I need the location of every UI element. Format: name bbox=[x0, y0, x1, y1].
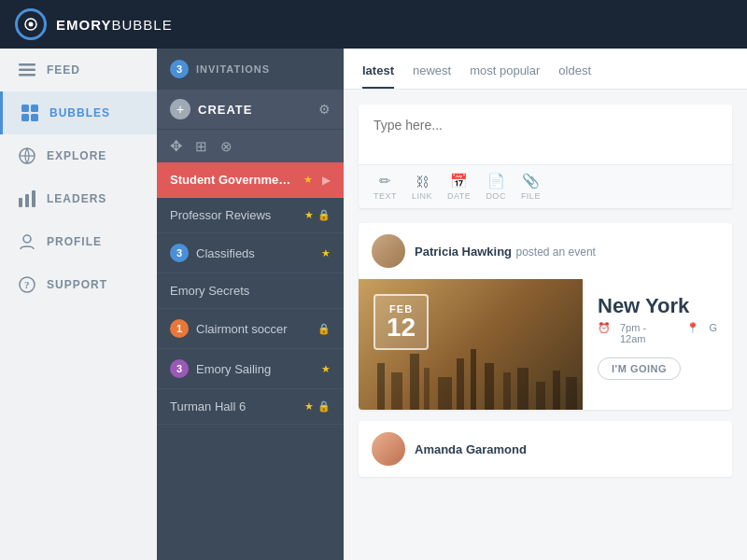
event-time: 7pm - 12am bbox=[620, 322, 671, 344]
classifieds-badge: 3 bbox=[170, 244, 189, 262]
post-tool-link[interactable]: ⛓ LINK bbox=[412, 174, 432, 201]
svg-rect-8 bbox=[31, 114, 38, 121]
bubble-item-emory-secrets[interactable]: Emory Secrets bbox=[157, 273, 344, 309]
calendar-icon: 📅 bbox=[450, 173, 468, 189]
post-tool-text-label: TEXT bbox=[374, 191, 397, 201]
tab-most-popular[interactable]: most popular bbox=[470, 63, 540, 89]
event-time-icon: ⏰ bbox=[598, 322, 611, 344]
link-icon: ⛓ bbox=[416, 174, 430, 189]
post-area: ✏ TEXT ⛓ LINK 📅 DATE 📄 DOC 📎 FILE bbox=[359, 105, 732, 208]
svg-rect-29 bbox=[566, 377, 577, 410]
bubble-star-professor-reviews: ★ bbox=[304, 209, 314, 221]
svg-rect-12 bbox=[25, 194, 29, 207]
bubble-item-turman-hall-6[interactable]: Turman Hall 6 ★ 🔒 bbox=[157, 389, 344, 425]
bubble-star-student-gov: ★ bbox=[303, 174, 313, 186]
post-tool-date-label: DATE bbox=[447, 191, 471, 201]
sidebar-item-leaders[interactable]: LEADERS bbox=[0, 177, 157, 220]
sidebar-item-label-feed: FEED bbox=[47, 63, 80, 77]
post-tool-date[interactable]: 📅 DATE bbox=[447, 173, 471, 201]
svg-rect-4 bbox=[19, 74, 35, 77]
svg-rect-28 bbox=[553, 371, 560, 410]
topbar: EMORYBUBBLE bbox=[0, 0, 747, 49]
add-box-icon[interactable]: ⊞ bbox=[195, 138, 207, 155]
svg-rect-13 bbox=[32, 190, 35, 207]
bubble-lock-professor-reviews: 🔒 bbox=[317, 209, 331, 221]
main-layout: FEED BUBBLES E bbox=[0, 49, 747, 560]
svg-rect-20 bbox=[424, 368, 430, 410]
tab-latest[interactable]: latest bbox=[362, 63, 394, 89]
close-icon[interactable]: ⊗ bbox=[220, 138, 233, 155]
turman-star-lock: ★ 🔒 bbox=[304, 400, 331, 413]
event-location: G bbox=[709, 322, 717, 344]
post-tool-doc[interactable]: 📄 DOC bbox=[486, 173, 506, 201]
sidebar-item-label-profile: PROFILE bbox=[47, 235, 102, 248]
avatar-patricia bbox=[372, 234, 405, 268]
post-tool-file-label: FILE bbox=[521, 191, 541, 201]
activity-user-amanda: Amanda Garamond bbox=[415, 442, 527, 456]
sidebar-item-explore[interactable]: EXPLORE bbox=[0, 134, 157, 177]
logo-text: EMORYBUBBLE bbox=[56, 17, 173, 33]
svg-rect-11 bbox=[19, 198, 22, 207]
bubble-item-clairmont-soccer[interactable]: 1 Clairmont soccer 🔒 bbox=[157, 309, 344, 349]
sidebar-item-label-leaders: LEADERS bbox=[47, 192, 106, 205]
activity-item-amanda: Amanda Garamond bbox=[359, 421, 732, 477]
bubble-lock-turman-hall-6: 🔒 bbox=[317, 400, 331, 413]
svg-rect-21 bbox=[438, 377, 452, 410]
help-icon: ? bbox=[19, 276, 35, 293]
bubble-star-emory-sailing: ★ bbox=[321, 363, 331, 375]
bubble-item-student-gov[interactable]: Student Government A. ★ ▶ bbox=[157, 162, 344, 198]
right-content: latest newest most popular oldest ✏ TEXT… bbox=[344, 49, 747, 560]
svg-rect-7 bbox=[21, 114, 29, 121]
going-button[interactable]: I'M GOING bbox=[598, 357, 681, 380]
tab-oldest[interactable]: oldest bbox=[558, 63, 591, 89]
gear-icon[interactable]: ⚙ bbox=[318, 102, 331, 117]
activity-header-1: Patricia Hawking posted an event bbox=[359, 223, 732, 279]
post-input[interactable] bbox=[359, 105, 732, 161]
bubble-item-professor-reviews[interactable]: Professor Reviews ★ 🔒 bbox=[157, 198, 344, 233]
bubble-item-emory-sailing[interactable]: 3 Emory Sailing ★ bbox=[157, 349, 344, 389]
sidebar-item-support[interactable]: ? SUPPORT bbox=[0, 263, 157, 306]
svg-rect-25 bbox=[503, 372, 511, 410]
sidebar-item-profile[interactable]: PROFILE bbox=[0, 220, 157, 263]
sidebar-item-label-explore: EXPLORE bbox=[47, 149, 106, 162]
post-tool-text[interactable]: ✏ TEXT bbox=[374, 173, 397, 201]
activity-header-2: Amanda Garamond bbox=[359, 421, 732, 477]
bubble-star-lock: ★ 🔒 bbox=[304, 209, 331, 221]
person-icon bbox=[19, 233, 35, 250]
tab-newest[interactable]: newest bbox=[413, 63, 451, 89]
sidebar-item-label-support: SUPPORT bbox=[47, 278, 107, 291]
bubble-toolbar: ✥ ⊞ ⊗ bbox=[157, 129, 344, 162]
event-details: ⏰ 7pm - 12am 📍 G bbox=[598, 322, 717, 344]
move-icon[interactable]: ✥ bbox=[170, 137, 182, 155]
svg-rect-19 bbox=[410, 354, 419, 410]
globe-icon bbox=[19, 147, 35, 164]
sidebar-item-feed[interactable]: FEED bbox=[0, 49, 157, 91]
svg-rect-5 bbox=[21, 105, 29, 112]
pencil-icon: ✏ bbox=[379, 173, 391, 189]
chart-icon bbox=[19, 190, 35, 207]
bubbles-icon bbox=[21, 105, 38, 121]
event-title: New York bbox=[598, 294, 717, 318]
svg-rect-23 bbox=[471, 349, 476, 410]
create-row[interactable]: + CREATE ⚙ bbox=[157, 90, 344, 129]
svg-text:?: ? bbox=[24, 279, 31, 290]
paperclip-icon: 📎 bbox=[522, 173, 540, 189]
post-tool-file[interactable]: 📎 FILE bbox=[521, 173, 541, 201]
event-card: FEB 12 New York ⏰ 7pm - 12am 📍 G I'M GOI… bbox=[359, 279, 732, 410]
post-tool-link-label: LINK bbox=[412, 191, 432, 201]
avatar-amanda bbox=[372, 432, 405, 466]
plus-icon: + bbox=[170, 99, 190, 119]
bubble-item-classifieds[interactable]: 3 Classifieds ★ bbox=[157, 233, 344, 273]
svg-point-14 bbox=[23, 235, 31, 243]
sidebar-item-bubbles[interactable]: BUBBLES bbox=[0, 91, 157, 134]
bubble-name-emory-secrets: Emory Secrets bbox=[170, 284, 331, 298]
svg-rect-24 bbox=[485, 363, 494, 410]
clairmont-badge: 1 bbox=[170, 319, 189, 338]
middle-panel: 3 INVITATIONS + CREATE ⚙ ✥ ⊞ ⊗ Student G… bbox=[157, 49, 344, 560]
invitations-row[interactable]: 3 INVITATIONS bbox=[157, 49, 344, 90]
content-tabs: latest newest most popular oldest bbox=[344, 49, 747, 90]
event-location-icon: 📍 bbox=[686, 322, 699, 344]
bubble-name-turman-hall-6: Turman Hall 6 bbox=[170, 399, 297, 413]
activity-user-patricia: Patricia Hawking bbox=[415, 245, 512, 259]
invitations-badge: 3 bbox=[170, 60, 189, 78]
